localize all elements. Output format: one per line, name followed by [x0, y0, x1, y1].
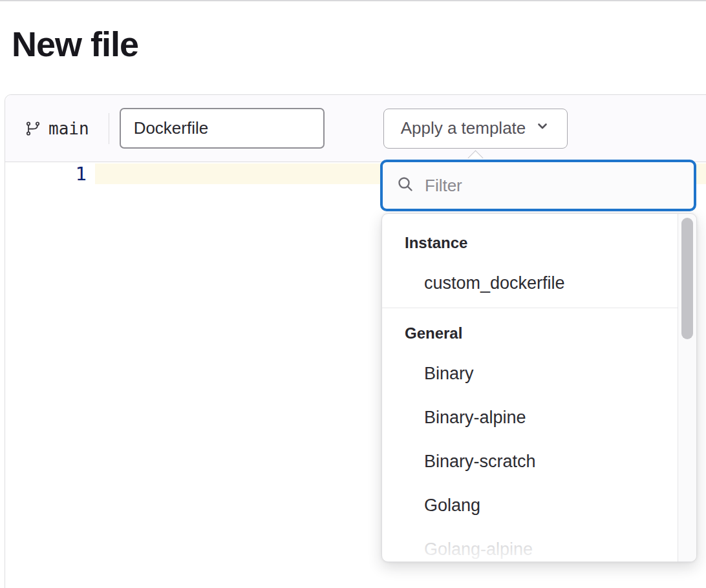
group-header-instance: Instance — [382, 235, 678, 251]
chevron-down-icon — [535, 118, 550, 138]
group-divider — [382, 308, 678, 308]
branch-indicator: main — [25, 119, 89, 138]
apply-template-button[interactable]: Apply a template — [383, 109, 568, 149]
template-item[interactable]: Binary-scratch — [382, 439, 678, 483]
dropdown-scrollbar[interactable] — [678, 214, 696, 562]
page-title: New file — [12, 25, 138, 63]
template-item[interactable]: Binary-alpine — [382, 395, 678, 439]
template-item[interactable]: custom_dockerfile — [382, 261, 678, 305]
filename-input[interactable] — [120, 108, 325, 149]
template-item[interactable]: Binary — [382, 352, 678, 395]
template-item[interactable]: Golang-alpine — [382, 527, 678, 562]
top-divider — [0, 0, 706, 1]
scrollbar-thumb[interactable] — [681, 218, 693, 339]
group-header-general: General — [382, 325, 678, 342]
editor-toolbar: main Apply a template — [5, 95, 706, 162]
branch-name: main — [48, 119, 89, 138]
search-icon — [397, 176, 414, 196]
line-number: 1 — [61, 163, 87, 184]
template-item[interactable]: Golang — [382, 483, 678, 527]
template-dropdown-panel: Instance custom_dockerfile General Binar… — [381, 213, 697, 562]
template-filter-box — [380, 160, 696, 211]
git-branch-icon — [25, 121, 41, 136]
template-list: Instance custom_dockerfile General Binar… — [382, 214, 678, 562]
apply-template-label: Apply a template — [401, 118, 526, 138]
toolbar-divider — [109, 113, 109, 144]
template-filter-input[interactable] — [425, 176, 670, 196]
